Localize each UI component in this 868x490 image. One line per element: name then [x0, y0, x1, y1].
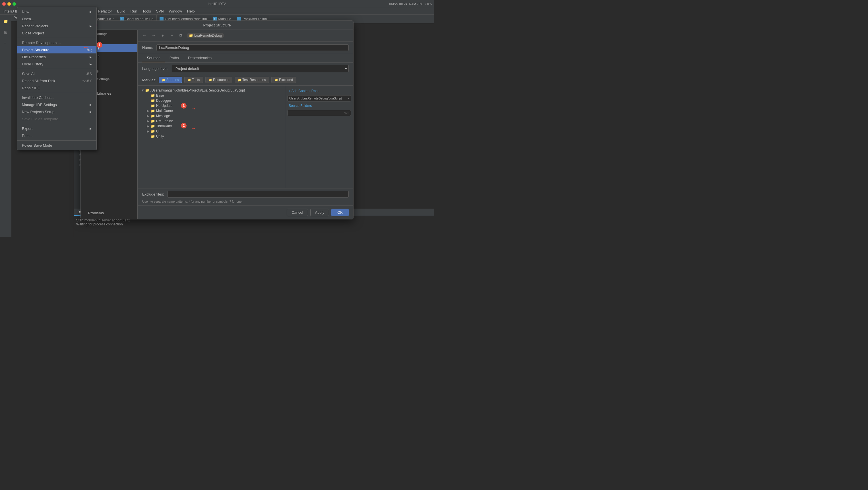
add-content-root-btn[interactable]: + Add Content Root	[287, 88, 351, 94]
rmiengine-label: RMIEngine	[156, 119, 173, 123]
source-folder-field[interactable]	[289, 111, 344, 115]
menu-invalidate[interactable]: Invalidate Caches...	[17, 94, 96, 101]
battery-label: 80%	[426, 2, 432, 6]
forward-button[interactable]: →	[150, 32, 157, 39]
root-label: /Users/huangzhuofu/IdeaProjects/LuaRemot…	[150, 88, 245, 92]
menu-file-properties[interactable]: File Properties ▶	[17, 54, 96, 61]
tree-message[interactable]: ▶ 📁 Message	[146, 113, 283, 119]
source-folder-input: ✎ ×	[287, 110, 351, 116]
edit-icon[interactable]: ✎	[344, 111, 347, 115]
mark-tests-btn[interactable]: 📁 Tests	[184, 77, 203, 83]
back-button[interactable]: ←	[141, 32, 148, 39]
menu-recent-label: Recent Projects	[22, 24, 48, 28]
tree-ui[interactable]: ▶ 📁 UI	[146, 129, 283, 134]
menu-new-projects[interactable]: New Projects Setup ▶	[17, 108, 96, 116]
tree-rmiengine[interactable]: ▶ 📁 RMIEngine	[146, 119, 283, 124]
menu-run[interactable]: Run	[128, 8, 140, 14]
menu-local-history-arrow: ▶	[90, 63, 92, 66]
hotupdate-arrow	[147, 104, 151, 108]
debugger-folder-icon: 📁	[151, 99, 155, 103]
lang-level-select[interactable]: Project default	[172, 65, 349, 72]
tree-hotupdate[interactable]: 📁 HotUpdate	[146, 103, 283, 108]
menu-window[interactable]: Window	[167, 8, 184, 14]
resources-folder-icon: 📁	[209, 78, 212, 81]
minimize-button[interactable]	[7, 2, 11, 6]
rmiengine-folder-icon: 📁	[151, 119, 155, 123]
menu-tools[interactable]: Tools	[140, 8, 153, 14]
menu-close-project-label: Close Project	[22, 31, 44, 35]
tree-base[interactable]: 📁 Base	[146, 93, 283, 98]
mark-resources-btn[interactable]: 📁 Resources	[205, 77, 232, 83]
thirdparty-label: ThirdParty	[156, 124, 172, 128]
menu-local-history[interactable]: Local History ▶	[17, 61, 96, 68]
dialog-content-top: ← → + − ⧉ 📁 LuaRemoteDebug	[138, 30, 353, 41]
menu-manage-ide[interactable]: Manage IDE Settings ▶	[17, 101, 96, 108]
menu-print[interactable]: Print...	[17, 132, 96, 139]
menu-new[interactable]: New ▶	[17, 8, 96, 15]
mark-sources-btn[interactable]: 📁 Sources	[159, 77, 182, 83]
tree-debugger[interactable]: 📁 Debugger	[146, 98, 283, 103]
name-input[interactable]	[156, 44, 349, 51]
exclude-input[interactable]	[167, 191, 349, 198]
hotupdate-folder-icon: 📁	[151, 104, 155, 108]
menu-help[interactable]: Help	[185, 8, 197, 14]
tree-unity[interactable]: 📁 Unity	[146, 134, 283, 139]
maingame-label: MainGame	[156, 109, 173, 113]
menu-save-all[interactable]: Save All ⌘S	[17, 70, 96, 77]
unity-arrow	[147, 134, 151, 138]
badge-1: 1	[97, 42, 102, 48]
tab-paths[interactable]: Paths	[165, 54, 183, 62]
rmiengine-arrow: ▶	[147, 119, 151, 123]
menu-export[interactable]: Export ▶	[17, 125, 96, 132]
badge-3: 3	[181, 103, 187, 108]
menu-save-all-label: Save All	[22, 72, 35, 76]
path-close-icon[interactable]: ×	[348, 97, 349, 100]
exclude-label: Exclude files:	[142, 192, 164, 196]
apply-button[interactable]: Apply	[310, 208, 329, 216]
menu-remote-dev-label: Remote Development...	[22, 41, 61, 45]
sources-folder-icon: 📁	[162, 78, 165, 81]
menu-recent[interactable]: Recent Projects ▶	[17, 23, 96, 30]
lang-level-label: Language level:	[142, 66, 168, 71]
tree-root[interactable]: ▼ 📁 /Users/huangzhuofu/IdeaProjects/LuaR…	[140, 88, 283, 93]
delete-icon[interactable]: ×	[347, 111, 349, 115]
tab-dependencies[interactable]: Dependencies	[183, 54, 216, 62]
tree-maingame[interactable]: ▶ 📁 MainGame	[146, 108, 283, 113]
message-label: Message	[156, 114, 170, 118]
maingame-arrow: ▶	[147, 109, 151, 113]
remove-button[interactable]: −	[168, 32, 175, 39]
add-button[interactable]: +	[159, 32, 166, 39]
dialog-title: Project Structure	[203, 23, 231, 27]
ok-button[interactable]: OK	[331, 208, 349, 216]
close-button[interactable]	[2, 2, 6, 6]
menu-close-project[interactable]: Close Project	[17, 30, 96, 37]
exclude-row: Exclude files:	[138, 188, 353, 200]
traffic-lights	[2, 2, 16, 6]
dialog-right-content: Name: Sources Paths Dependencies Languag…	[138, 41, 353, 205]
menu-reload-disk-label: Reload All from Disk	[22, 79, 55, 83]
menu-new-projects-arrow: ▶	[90, 110, 92, 113]
debugger-label: Debugger	[156, 99, 171, 103]
menu-build[interactable]: Build	[115, 8, 128, 14]
separator-4	[17, 124, 96, 124]
menu-svn[interactable]: SVN	[154, 8, 166, 14]
copy-button[interactable]: ⧉	[178, 32, 184, 39]
tab-sources[interactable]: Sources	[142, 54, 165, 62]
menu-reload-disk[interactable]: Reload All from Disk ⌥⌘Y	[17, 77, 96, 85]
separator-3	[17, 93, 96, 93]
title-bar-right: 0KB/s 1KB/s RAM 75% 80%	[389, 2, 432, 6]
menu-power-save[interactable]: Power Save Mode	[17, 142, 96, 149]
mark-test-resources-btn[interactable]: 📁 Test Resources	[235, 77, 269, 83]
menu-local-history-label: Local History	[22, 62, 43, 66]
menu-refactor[interactable]: Refactor	[96, 8, 114, 14]
menu-repair[interactable]: Repair IDE	[17, 85, 96, 92]
cancel-button[interactable]: Cancel	[287, 208, 308, 216]
menu-open[interactable]: Open...	[17, 15, 96, 23]
nav-problems[interactable]: Problems	[84, 209, 134, 217]
mark-excluded-btn[interactable]: 📁 Excluded	[271, 77, 296, 83]
maximize-button[interactable]	[12, 2, 16, 6]
menu-power-save-label: Power Save Mode	[22, 143, 52, 148]
tree-thirdparty[interactable]: ▶ 📁 ThirdParty	[146, 124, 283, 129]
ui-arrow: ▶	[147, 129, 151, 133]
name-label: Name:	[142, 45, 153, 50]
